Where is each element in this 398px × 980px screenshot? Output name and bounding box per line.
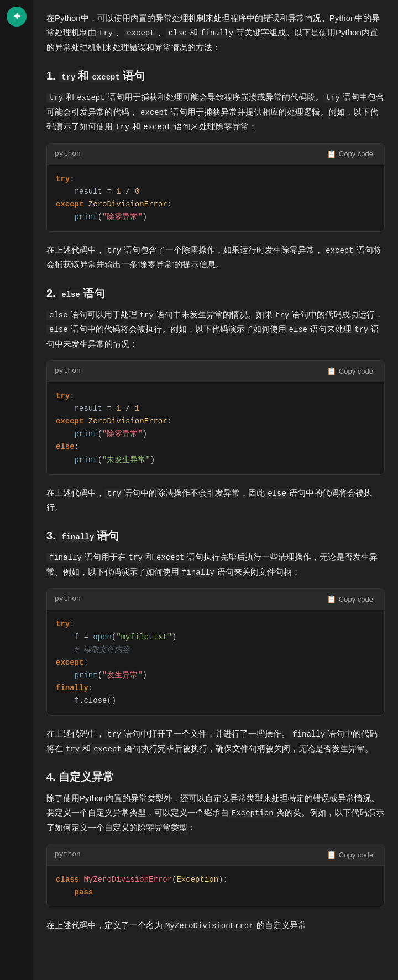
code-block-3-body: try: f = open("myfile.txt") # 读取文件内容 exc… (47, 610, 384, 715)
copy-label-3: Copy code (339, 595, 373, 603)
code-block-1-lang: python (55, 148, 81, 160)
code-block-2: python 📋 Copy code try: result = 1 / 1 e… (46, 360, 385, 475)
section2-title: 2. else语句 (46, 285, 385, 301)
code-block-4-lang: python (55, 849, 81, 861)
copy-icon-3: 📋 (327, 595, 336, 603)
section3-paragraph1: finally语句用于在try和except语句执行完毕后执行一些清理操作，无论… (46, 550, 385, 579)
copy-button-2[interactable]: 📋 Copy code (323, 365, 376, 377)
code-block-4-body: class MyZeroDivisionError(Exception): pa… (47, 866, 384, 907)
copy-button-1[interactable]: 📋 Copy code (323, 149, 376, 160)
code-block-1-header: python 📋 Copy code (47, 144, 384, 165)
copy-label-4: Copy code (339, 851, 373, 859)
copy-icon-2: 📋 (327, 367, 336, 375)
page-wrapper: ✦ 在Python中，可以使用内置的异常处理机制来处理程序中的错误和异常情况。P… (0, 0, 398, 980)
section4-title: 4. 自定义异常 (46, 769, 385, 785)
code-block-1-body: try: result = 1 / 0 except ZeroDivisionE… (47, 165, 384, 231)
logo-icon: ✦ (13, 8, 21, 25)
copy-label-2: Copy code (339, 367, 373, 375)
copy-label-1: Copy code (339, 150, 373, 158)
code-block-2-header: python 📋 Copy code (47, 361, 384, 382)
section1-title: 1. try和except语句 (46, 68, 385, 83)
code-block-2-lang: python (55, 365, 81, 377)
code-block-4-header: python 📋 Copy code (47, 844, 384, 866)
code-block-3-lang: python (55, 593, 81, 605)
section1-paragraph1: try和except语句用于捕获和处理可能会导致程序崩溃或异常的代码段。try语… (46, 90, 385, 134)
code-block-3: python 📋 Copy code try: f = open("myfile… (46, 588, 385, 716)
section4-paragraph2: 在上述代码中，定义了一个名为MyZeroDivisionError的自定义异常 (46, 918, 385, 933)
code-block-1: python 📋 Copy code try: result = 1 / 0 e… (46, 143, 385, 232)
section3-paragraph2: 在上述代码中，try语句中打开了一个文件，并进行了一些操作。finally语句中… (46, 727, 385, 756)
intro-paragraph: 在Python中，可以使用内置的异常处理机制来处理程序中的错误和异常情况。Pyt… (46, 11, 385, 55)
content-area: 在Python中，可以使用内置的异常处理机制来处理程序中的错误和异常情况。Pyt… (33, 0, 398, 980)
code-block-3-header: python 📋 Copy code (47, 589, 384, 610)
section3-title: 3. finally语句 (46, 528, 385, 543)
code-block-4: python 📋 Copy code class MyZeroDivisionE… (46, 844, 385, 907)
section4-paragraph1: 除了使用Python内置的异常类型外，还可以自定义异常类型来处理特定的错误或异常… (46, 791, 385, 835)
section2-paragraph2: 在上述代码中，try语句中的除法操作不会引发异常，因此else语句中的代码将会被… (46, 486, 385, 515)
sidebar: ✦ (0, 0, 33, 980)
copy-icon-4: 📋 (327, 850, 336, 859)
logo: ✦ (7, 7, 27, 27)
section2-paragraph1: else语句可以用于处理try语句中未发生异常的情况。如果try语句中的代码成功… (46, 308, 385, 351)
code-block-2-body: try: result = 1 / 1 except ZeroDivisionE… (47, 382, 384, 474)
copy-button-4[interactable]: 📋 Copy code (323, 849, 376, 860)
copy-icon-1: 📋 (327, 150, 336, 158)
section1-paragraph2: 在上述代码中，try语句包含了一个除零操作，如果运行时发生除零异常，except… (46, 243, 385, 272)
copy-button-3[interactable]: 📋 Copy code (323, 594, 376, 605)
